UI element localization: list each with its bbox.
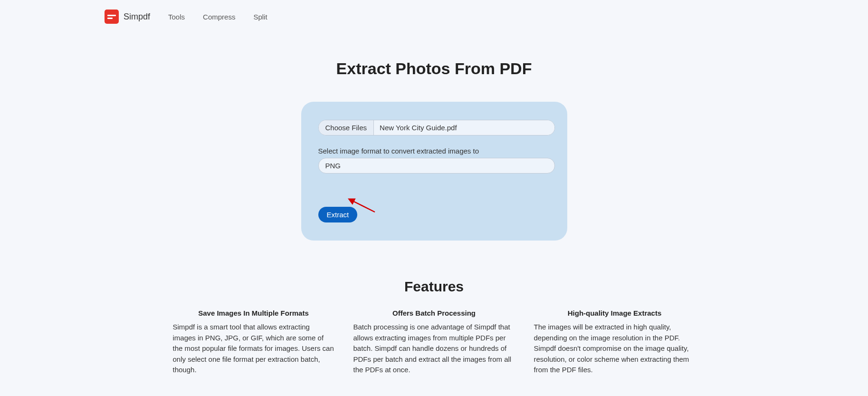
brand[interactable]: Simpdf	[105, 10, 150, 24]
feature-body: The images will be extracted in high qua…	[534, 322, 696, 376]
feature-item: Save Images In Multiple Formats Simpdf i…	[173, 309, 334, 376]
nav-links: Tools Compress Split	[168, 13, 267, 21]
logo-icon	[105, 10, 119, 24]
choose-files-button[interactable]: Choose Files	[319, 120, 374, 135]
feature-heading: Offers Batch Processing	[353, 309, 515, 317]
brand-name: Simpdf	[124, 12, 150, 22]
navbar: Simpdf Tools Compress Split	[0, 0, 868, 33]
features-row: Save Images In Multiple Formats Simpdf i…	[163, 309, 705, 376]
format-select[interactable]: PNG	[318, 158, 555, 174]
page-title: Extract Photos From PDF	[0, 59, 868, 78]
feature-item: High-quality Image Extracts The images w…	[534, 309, 696, 376]
extract-panel: Choose Files New York City Guide.pdf Sel…	[301, 102, 567, 241]
feature-item: Offers Batch Processing Batch processing…	[353, 309, 515, 376]
extract-button[interactable]: Extract	[318, 207, 358, 222]
format-label: Select image format to convert extracted…	[318, 147, 550, 155]
file-input-row: Choose Files New York City Guide.pdf	[318, 120, 555, 135]
nav-compress[interactable]: Compress	[203, 13, 235, 21]
nav-tools[interactable]: Tools	[168, 13, 185, 21]
features-title: Features	[0, 279, 868, 295]
feature-body: Simpdf is a smart tool that allows extra…	[173, 322, 334, 376]
feature-heading: Save Images In Multiple Formats	[173, 309, 334, 317]
selected-file-name: New York City Guide.pdf	[374, 120, 554, 135]
feature-body: Batch processing is one advantage of Sim…	[353, 322, 515, 376]
nav-split[interactable]: Split	[253, 13, 267, 21]
feature-heading: High-quality Image Extracts	[534, 309, 696, 317]
